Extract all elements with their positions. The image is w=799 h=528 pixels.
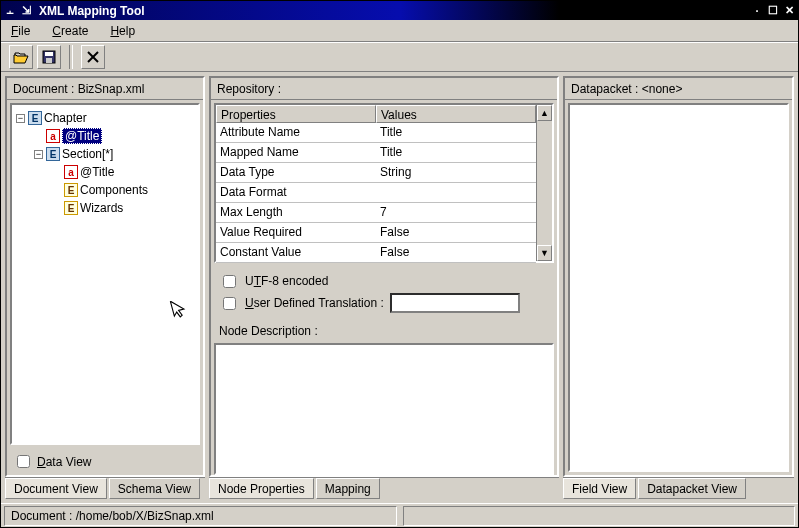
- toolbar: [1, 42, 798, 72]
- svg-rect-1: [45, 52, 53, 56]
- grid-cell[interactable]: Attribute Name: [216, 123, 376, 143]
- tree-label: @Title: [80, 165, 114, 179]
- menu-bar: FFileile CreateCreate HelpHelp: [1, 20, 798, 42]
- menu-create[interactable]: CreateCreate: [52, 24, 88, 38]
- grid-cell[interactable]: Data Type: [216, 163, 376, 183]
- scroll-down-icon[interactable]: ▼: [537, 245, 552, 261]
- work-area: Document : BizSnap.xml − E Chapter a @Ti…: [1, 72, 798, 503]
- element-icon: E: [46, 147, 60, 161]
- grid-cell[interactable]: String: [376, 163, 536, 183]
- menu-file[interactable]: FFileile: [11, 24, 30, 38]
- status-bar: Document : /home/bob/X/BizSnap.xml: [1, 503, 798, 527]
- save-button[interactable]: [37, 45, 61, 69]
- datapacket-panel-title: Datapacket : <none>: [565, 78, 792, 100]
- tab-datapacket-view[interactable]: Datapacket View: [638, 478, 746, 499]
- tree-node-section-title[interactable]: a @Title: [16, 163, 194, 181]
- tab-schema-view[interactable]: Schema View: [109, 478, 200, 499]
- tree-label: Section[*]: [62, 147, 113, 161]
- collapse-icon[interactable]: −: [34, 150, 43, 159]
- node-description-label: Node Description :: [211, 318, 557, 340]
- user-defined-checkbox[interactable]: [223, 297, 236, 310]
- tree-label: Wizards: [80, 201, 123, 215]
- user-defined-input[interactable]: [390, 293, 520, 313]
- tree-label: @Title: [62, 128, 102, 144]
- open-button[interactable]: [9, 45, 33, 69]
- collapse-icon[interactable]: −: [16, 114, 25, 123]
- close-icon[interactable]: ✕: [782, 4, 796, 18]
- user-defined-label: User Defined Translation :: [245, 296, 384, 310]
- toolbar-separator: [69, 45, 73, 69]
- properties-grid[interactable]: Properties Attribute Name Mapped Name Da…: [214, 103, 554, 263]
- grid-cell[interactable]: Title: [376, 143, 536, 163]
- floppy-icon: [42, 50, 56, 64]
- grid-cell[interactable]: Max Length: [216, 203, 376, 223]
- title-bar: ⫠ ⇲ XML Mapping Tool · ☐ ✕: [1, 1, 798, 20]
- tree-node-title-attr[interactable]: a @Title: [16, 127, 194, 145]
- x-icon: [86, 50, 100, 64]
- grid-cell[interactable]: 7: [376, 203, 536, 223]
- status-empty: [403, 506, 796, 526]
- grid-cell[interactable]: Data Format: [216, 183, 376, 203]
- repository-panel-title: Repository :: [211, 78, 557, 100]
- grid-cell[interactable]: [376, 183, 536, 203]
- document-tree[interactable]: − E Chapter a @Title − E Section[*]: [10, 103, 200, 445]
- utf8-label: UTF-8 encoded: [245, 274, 328, 288]
- tree-label: Chapter: [44, 111, 87, 125]
- element-icon: E: [64, 201, 78, 215]
- menu-help[interactable]: HelpHelp: [110, 24, 135, 38]
- status-text: Document : /home/bob/X/BizSnap.xml: [4, 506, 397, 526]
- grid-cell[interactable]: Constant Value: [216, 243, 376, 263]
- grid-cell[interactable]: False: [376, 243, 536, 263]
- window-title: XML Mapping Tool: [37, 4, 750, 18]
- tab-node-properties[interactable]: Node Properties: [209, 478, 314, 499]
- grid-cell[interactable]: Value Required: [216, 223, 376, 243]
- tab-field-view[interactable]: Field View: [563, 478, 636, 499]
- grid-cell[interactable]: Mapped Name: [216, 143, 376, 163]
- grid-header-values[interactable]: Values: [376, 105, 536, 123]
- tab-document-view[interactable]: Document View: [5, 478, 107, 499]
- wm-pin-icon[interactable]: ⫠: [3, 4, 17, 18]
- node-description-box[interactable]: [214, 343, 554, 475]
- mouse-cursor-icon: [169, 297, 191, 325]
- minimize-icon[interactable]: ·: [750, 4, 764, 18]
- document-panel-title: Document : BizSnap.xml: [7, 78, 203, 100]
- tree-node-components[interactable]: E Components: [16, 181, 194, 199]
- datapacket-tree[interactable]: [568, 103, 789, 472]
- utf8-checkbox[interactable]: [223, 275, 236, 288]
- data-view-checkbox[interactable]: [17, 455, 30, 468]
- grid-cell[interactable]: Title: [376, 123, 536, 143]
- left-tabs: Document View Schema View: [5, 477, 205, 499]
- tree-label: Components: [80, 183, 148, 197]
- grid-header-properties[interactable]: Properties: [216, 105, 376, 123]
- wm-pushpin-icon[interactable]: ⇲: [19, 4, 33, 18]
- folder-open-icon: [13, 50, 29, 64]
- delete-button[interactable]: [81, 45, 105, 69]
- data-view-label: Data View: [37, 455, 91, 469]
- tree-node-section[interactable]: − E Section[*]: [16, 145, 194, 163]
- tree-node-chapter[interactable]: − E Chapter: [16, 109, 194, 127]
- grid-cell[interactable]: False: [376, 223, 536, 243]
- element-icon: E: [64, 183, 78, 197]
- right-tabs: Field View Datapacket View: [563, 477, 794, 499]
- grid-scrollbar[interactable]: ▲ ▼: [536, 105, 552, 261]
- tab-mapping[interactable]: Mapping: [316, 478, 380, 499]
- scroll-up-icon[interactable]: ▲: [537, 105, 552, 121]
- app-window: ⫠ ⇲ XML Mapping Tool · ☐ ✕ FFileile Crea…: [0, 0, 799, 528]
- attribute-icon: a: [46, 129, 60, 143]
- attribute-icon: a: [64, 165, 78, 179]
- svg-rect-2: [46, 58, 52, 63]
- element-icon: E: [28, 111, 42, 125]
- tree-node-wizards[interactable]: E Wizards: [16, 199, 194, 217]
- mid-tabs: Node Properties Mapping: [209, 477, 559, 499]
- maximize-icon[interactable]: ☐: [766, 4, 780, 18]
